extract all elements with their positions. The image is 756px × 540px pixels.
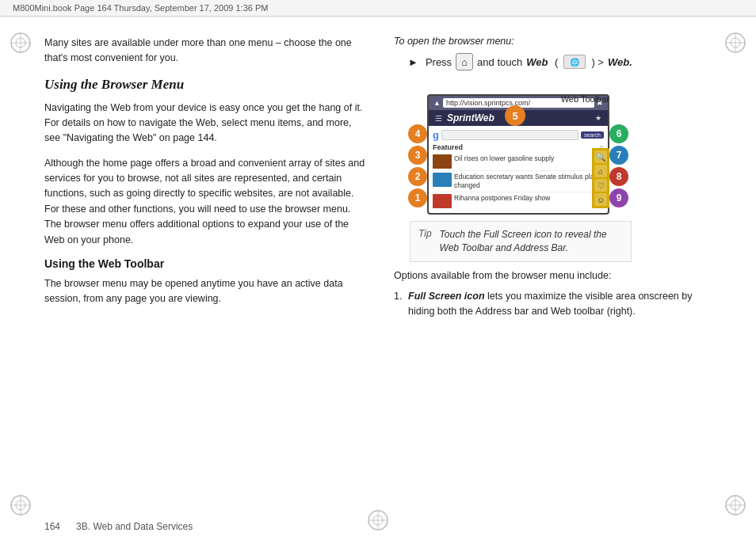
tip-label: Tip bbox=[418, 228, 432, 239]
corner-mark-br bbox=[724, 494, 746, 516]
press-instruction: ► Press ⌂ and touch Web ( 🌐 ) > Web. bbox=[408, 53, 718, 70]
heading-web-toolbar: Using the Web Toolbar bbox=[44, 257, 368, 270]
body-text-3: The browser menu may be opened anytime y… bbox=[44, 276, 368, 307]
left-badges: 4 3 2 1 bbox=[408, 124, 427, 207]
news-thumb-2 bbox=[433, 173, 452, 187]
header-bar: M800Mini.book Page 164 Thursday, Septemb… bbox=[0, 0, 756, 17]
news-thumb-1 bbox=[433, 154, 452, 169]
body-text-2: Although the home page offers a broad an… bbox=[44, 156, 368, 248]
news-text-3: Rihanna postpones Friday show bbox=[454, 194, 550, 203]
options-intro: Options available from the browser menu … bbox=[394, 270, 718, 281]
badge-3: 3 bbox=[408, 146, 427, 165]
news-item-3: Rihanna postpones Friday show bbox=[433, 192, 604, 210]
google-g: g bbox=[433, 129, 439, 141]
body-text-1: Navigating the Web from your device is e… bbox=[44, 101, 368, 146]
toolbar-pointer-line bbox=[609, 101, 609, 112]
badge-5: 5 bbox=[505, 105, 525, 126]
open-paren: ( bbox=[552, 56, 558, 68]
badge-8: 8 bbox=[609, 167, 628, 186]
phone-area: Web Toolbar 5 4 3 2 1 6 7 8 bbox=[410, 94, 632, 215]
right-column: To open the browser menu: ► Press ⌂ and … bbox=[394, 36, 718, 325]
search-input-mock bbox=[441, 130, 578, 140]
corner-mark-bl bbox=[10, 494, 32, 516]
news-item-1: Oil rises on lower gasoline supply bbox=[433, 153, 604, 171]
toolbar-icon-heart: ♡ bbox=[594, 179, 607, 192]
home-icon-box: ⌂ bbox=[456, 53, 473, 70]
page-container: M800Mini.book Page 164 Thursday, Septemb… bbox=[0, 0, 756, 540]
web-toolbar-label: Web Toolbar bbox=[561, 94, 609, 104]
header-text: M800Mini.book Page 164 Thursday, Septemb… bbox=[13, 3, 268, 13]
tip-text: Touch the Full Screen icon to reveal the… bbox=[440, 228, 623, 255]
corner-mark-tl bbox=[10, 32, 32, 54]
badge-4: 4 bbox=[408, 124, 427, 143]
option-1: 1. Full Screen icon lets you maximize th… bbox=[394, 289, 718, 320]
content-area: Many sites are available under more than… bbox=[0, 17, 756, 344]
badge-9: 9 bbox=[609, 188, 628, 207]
heading-browser-menu: Using the Browser Menu bbox=[44, 77, 368, 93]
badge-5-circle: 5 bbox=[505, 105, 525, 126]
featured-row: Featured ⌂ bbox=[433, 143, 604, 151]
badge-1: 1 bbox=[408, 188, 427, 207]
phone-content: g search Featured ⌂ Oil r bbox=[429, 126, 608, 213]
right-toolbar-strip: 🔍 ⌂ ♡ ☺ bbox=[592, 148, 609, 208]
web-label: Web bbox=[526, 56, 548, 68]
sprint-web-text: SprintWeb bbox=[447, 112, 494, 124]
badge-2: 2 bbox=[408, 167, 427, 186]
option-1-number: 1. bbox=[394, 289, 402, 304]
bottom-center-deco bbox=[367, 509, 389, 534]
news-thumb-3 bbox=[433, 194, 452, 208]
news-item-2: Education secretary wants Senate stimulu… bbox=[433, 171, 604, 192]
arrow-bullet: ► bbox=[408, 56, 418, 68]
tip-box: Tip Touch the Full Screen icon to reveal… bbox=[410, 221, 632, 262]
search-btn: search bbox=[581, 131, 604, 139]
featured-label: Featured bbox=[433, 143, 463, 151]
web-icon-box: 🌐 bbox=[563, 55, 586, 69]
right-badges: 6 7 8 9 bbox=[609, 124, 628, 207]
badge-7: 7 bbox=[609, 146, 628, 165]
left-column: Many sites are available under more than… bbox=[44, 36, 368, 325]
toolbar-icon-face: ☺ bbox=[594, 193, 607, 206]
news-text-2: Education secretary wants Senate stimulu… bbox=[454, 173, 604, 190]
search-row: g search bbox=[433, 129, 604, 141]
web-suffix: ) > bbox=[591, 56, 604, 68]
intro-text: Many sites are available under more than… bbox=[44, 36, 368, 66]
toolbar-icon-search: 🔍 bbox=[594, 150, 607, 163]
badge-6: 6 bbox=[609, 124, 628, 143]
page-footer: 164 3B. Web and Data Services bbox=[44, 521, 193, 532]
and-touch-text: and touch bbox=[477, 56, 522, 68]
news-text-1: Oil rises on lower gasoline supply bbox=[454, 154, 554, 163]
page-number: 164 bbox=[44, 521, 60, 532]
toolbar-icon-home: ⌂ bbox=[594, 165, 607, 177]
option-1-bold: Full Screen icon bbox=[408, 291, 485, 302]
web-end: Web. bbox=[608, 56, 632, 68]
press-word: Press bbox=[426, 56, 452, 68]
to-open-label: To open the browser menu: bbox=[394, 36, 718, 47]
chapter-label: 3B. Web and Data Services bbox=[76, 521, 193, 532]
corner-mark-tr bbox=[724, 32, 746, 54]
